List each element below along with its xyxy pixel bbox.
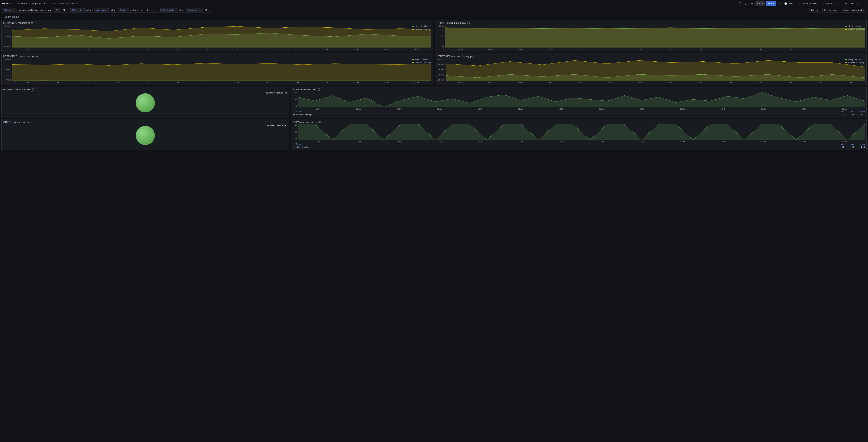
chevron-down-icon (834, 2, 835, 5)
plot[interactable] (298, 92, 865, 107)
breadcrumb-dashboards[interactable]: Dashboards (16, 2, 28, 5)
zoom-out-icon[interactable]: ⊖ (844, 1, 848, 6)
plot[interactable] (12, 58, 431, 81)
clock-icon: 🕐 (784, 2, 787, 5)
filter-value[interactable]: All (203, 8, 211, 12)
y-axis: 1.45 kB/s1.40 kB/s1.35 kB/s1.30 kB/s1.25… (437, 58, 446, 81)
y-axis: 464544 (293, 124, 298, 140)
y-axis: 1.2 req/s1 req/s0.8 req/s (3, 25, 12, 47)
chevron-down-icon: › (2, 16, 4, 17)
x-axis: 11:5011:5512:0012:0512:1012:1512:2012:25… (293, 107, 865, 110)
filter-value[interactable]: All (177, 8, 185, 12)
chevron-right-icon: › (29, 2, 30, 5)
plot[interactable] (12, 25, 431, 47)
info-icon[interactable]: i (475, 55, 477, 58)
stats-row[interactable]: sleep <- echo: 44 46 45.6 (293, 145, 865, 149)
top-bar: Home › Dashboards › Integration - Istio … (0, 0, 868, 7)
link-istio-workloads[interactable]: Istio workloads overview (840, 8, 866, 12)
link-istio-overview[interactable]: Istio overview (823, 8, 839, 12)
filter-label: Client service (160, 8, 177, 12)
panel-http-response-overview: HTTP response overview i reviews <- rati… (1, 87, 289, 118)
chart-area: 464544 (293, 124, 865, 140)
stat-mean: 45.6 (854, 146, 865, 148)
chevron-right-icon[interactable]: › (838, 1, 843, 6)
filter-bar: Data source grafanacloud-keithschmitty-p… (0, 7, 868, 13)
series-swatch (293, 114, 295, 115)
stats-header: Name Min Max Mean (293, 143, 865, 145)
panel-title: HTTP/GRPC request delay (437, 22, 466, 24)
info-icon[interactable]: i (34, 22, 36, 24)
legend: sleep <- echo: (ok) (267, 124, 287, 127)
breadcrumb-integration[interactable]: Integration - Istio (31, 2, 48, 5)
filter-data-source: Data source grafanacloud-keithschmitty-p… (2, 8, 53, 12)
gear-icon[interactable]: ⚙ (750, 1, 754, 6)
series-name: reviews <- ratings: (2xx) (296, 113, 833, 116)
panel-grpc-responses-1m: GRPC responses / 1m i 464544 11:5011:551… (291, 119, 867, 150)
breadcrumb-current: Istio services overview (52, 2, 74, 5)
section-header[interactable]: › Client details (0, 13, 868, 20)
series-swatch (293, 147, 295, 147)
legend: reviews <- ratings: (ok) (263, 92, 287, 94)
filter-label: K8s cluster (70, 8, 84, 12)
x-axis: 11:5011:5512:0012:0512:1012:1512:2012:25… (3, 47, 431, 50)
menu-icon[interactable] (2, 2, 5, 5)
chart-area: 1.45 kB/s1.40 kB/s1.35 kB/s1.30 kB/s1.25… (437, 58, 865, 81)
refresh-icon[interactable]: ⟳ (849, 1, 855, 6)
filter-label: Server service (186, 8, 203, 12)
chart-area: 1.2 req/s1 req/s0.8 req/s (3, 25, 431, 47)
share-button[interactable]: Share (766, 1, 776, 6)
pie-chart[interactable] (3, 124, 287, 147)
filter-value[interactable]: All (61, 8, 69, 12)
add-label: Add (757, 2, 761, 5)
x-axis: 11:5011:5512:0012:0512:1012:1512:2012:25… (437, 81, 865, 83)
legend-item[interactable]: reviews <- ratings: (ok) (263, 92, 287, 94)
section-title: Client details (4, 15, 20, 18)
filter-value[interactable]: grafanacloud-keithschmitty-prom (17, 8, 53, 12)
filter-label: Service (118, 8, 129, 12)
refresh-dropdown-icon[interactable]: ▾ (856, 1, 860, 6)
filter-job: Job All (54, 8, 69, 12)
panel-response-throughput: HTTP/GRPC response throughput i sleep <-… (435, 53, 867, 85)
tv-icon[interactable]: ▢ (744, 1, 749, 6)
chevron-right-icon: › (50, 2, 50, 5)
legend-item[interactable]: sleep <- echo: (ok) (267, 124, 287, 127)
filter-server-service: Server service All (186, 8, 212, 12)
plot[interactable] (446, 58, 865, 81)
chevron-left-icon[interactable]: ‹ (777, 1, 782, 6)
panel-title: HTTP/GRPC response throughput (437, 55, 473, 58)
chevron-right-icon: › (14, 2, 14, 5)
filter-value[interactable]: All (109, 8, 117, 12)
panel-title: HTTP/GRPC requests sent (3, 22, 33, 24)
panel-title: GRPC responses / 1m (293, 121, 317, 124)
info-icon[interactable]: ⓘ (738, 1, 743, 6)
filter-k8s: K8s cluster All (70, 8, 93, 12)
panel-request-delay: HTTP/GRPC request delay i sleep -> echo … (435, 20, 867, 52)
filter-value[interactable]: All (85, 8, 93, 12)
stat-min: 20 (833, 113, 844, 116)
info-icon[interactable]: i (40, 55, 42, 58)
filter-label: Data source (2, 8, 17, 12)
panel-title: HTTP/GRPC request throughput (3, 55, 38, 58)
star-icon[interactable]: ☆ (76, 2, 78, 5)
x-axis: 11:5011:5512:0012:0512:1012:1512:2012:25… (437, 47, 865, 50)
info-icon[interactable]: i (32, 88, 34, 91)
time-range-picker[interactable]: 🕐 2024-01-24 11:50:00 to 2024-01-24 12:5… (783, 2, 837, 5)
plot[interactable] (298, 124, 865, 140)
chart-area: 300 B/s200 B/s100 B/s (3, 58, 431, 81)
info-icon[interactable]: i (318, 88, 320, 91)
link-istio-logs[interactable]: Istio logs (809, 8, 821, 12)
filter-value[interactable]: reviews + sleep + tcp-echo (129, 8, 159, 12)
y-axis: 300 B/s200 B/s100 B/s (3, 58, 12, 81)
plot[interactable] (445, 25, 865, 47)
panel-title: HTTP responses / 1m (293, 88, 316, 91)
pie-chart[interactable] (3, 92, 287, 114)
panel-request-throughput: HTTP/GRPC request throughput i sleep -> … (1, 53, 433, 85)
add-button[interactable]: Add (755, 1, 765, 6)
stats-row[interactable]: reviews <- ratings: (2xx) 20 39 30.1 (293, 113, 865, 116)
info-icon[interactable]: i (318, 121, 321, 123)
collapse-icon[interactable]: ⌃ (861, 1, 866, 6)
info-icon[interactable]: i (467, 22, 470, 24)
stats-header: Name Min Max Mean (293, 110, 865, 113)
info-icon[interactable]: i (33, 121, 35, 123)
breadcrumb-home[interactable]: Home (6, 2, 12, 5)
